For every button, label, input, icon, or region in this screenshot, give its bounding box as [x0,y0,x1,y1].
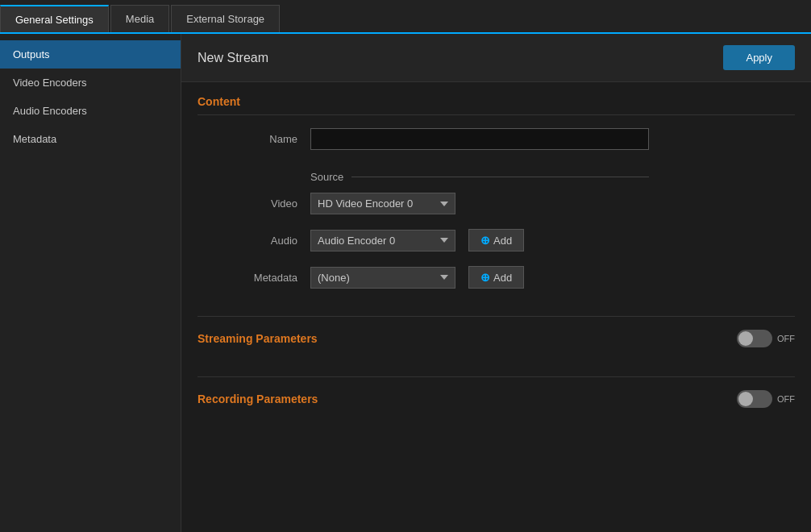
streaming-params-toggle[interactable]: OFF [737,330,795,347]
tab-external-storage[interactable]: External Storage [171,5,280,32]
name-row: Name [198,128,795,150]
recording-toggle-thumb [738,392,753,406]
metadata-label: Metadata [214,272,310,284]
recording-toggle-label: OFF [777,394,795,404]
sidebar: Outputs Video Encoders Audio Encoders Me… [0,34,181,532]
audio-select[interactable]: Audio Encoder 0 [310,230,455,251]
sidebar-item-video-encoders[interactable]: Video Encoders [0,69,181,97]
sidebar-item-metadata[interactable]: Metadata [0,125,181,153]
add-metadata-button[interactable]: ⊕ Add [468,266,524,289]
streaming-toggle-thumb [738,331,753,346]
audio-row: Audio Audio Encoder 0 ⊕ Add [198,229,795,251]
streaming-toggle-label: OFF [777,334,795,343]
video-label: Video [214,197,310,210]
tab-general-settings[interactable]: General Settings [0,5,109,32]
add-metadata-icon: ⊕ [480,271,490,284]
content-section-title: Content [198,95,795,108]
add-audio-button[interactable]: ⊕ Add [468,229,524,251]
top-tab-bar: General Settings Media External Storage [0,0,811,34]
name-input-wrapper [310,128,649,150]
sidebar-item-audio-encoders[interactable]: Audio Encoders [0,97,181,125]
tab-media[interactable]: Media [110,5,169,32]
content-divider [198,114,795,115]
sidebar-item-outputs[interactable]: Outputs [0,40,181,69]
recording-params-title: Recording Parameters [198,393,318,405]
content-area: New Stream Apply Content Name Source [181,34,811,532]
streaming-params-section: Streaming Parameters OFF [198,316,795,360]
content-section: Content Name Source Video [181,82,811,316]
metadata-row: Metadata (None) ⊕ Add [198,266,795,289]
main-layout: Outputs Video Encoders Audio Encoders Me… [0,34,811,532]
name-input[interactable] [310,128,649,150]
video-row: Video HD Video Encoder 0 [198,193,795,214]
add-audio-icon: ⊕ [480,234,490,247]
audio-label: Audio [214,235,310,247]
recording-params-section: Recording Parameters OFF [198,376,795,421]
audio-controls: Audio Encoder 0 ⊕ Add [310,229,524,251]
stream-title: New Stream [198,51,268,65]
apply-button[interactable]: Apply [723,45,795,70]
recording-params-header: Recording Parameters OFF [198,387,795,411]
streaming-toggle-track[interactable] [737,330,772,347]
video-select[interactable]: HD Video Encoder 0 [310,193,455,214]
source-label: Source [310,171,343,183]
video-select-wrapper: HD Video Encoder 0 [310,193,649,214]
metadata-controls: (None) ⊕ Add [310,266,524,289]
name-label: Name [214,133,310,145]
recording-toggle-track[interactable] [737,390,772,408]
recording-params-toggle[interactable]: OFF [737,390,795,408]
stream-header: New Stream Apply [181,34,811,82]
streaming-params-header: Streaming Parameters OFF [198,326,795,351]
metadata-select[interactable]: (None) [310,267,455,289]
streaming-params-title: Streaming Parameters [198,332,318,345]
